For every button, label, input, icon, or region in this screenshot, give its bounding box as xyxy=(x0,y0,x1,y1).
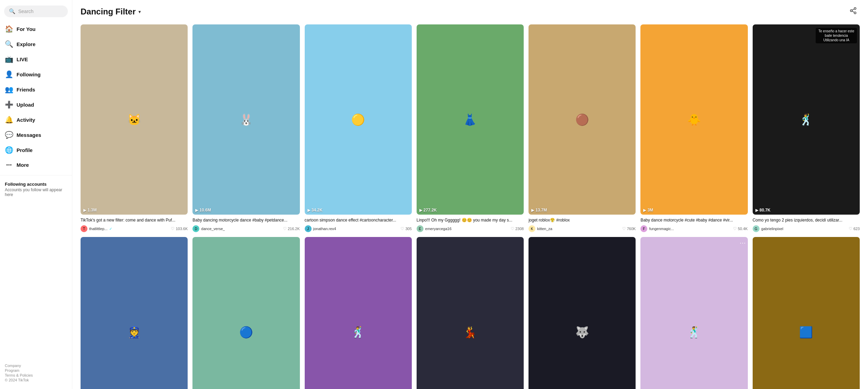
sidebar-item-following[interactable]: 👤 Following xyxy=(0,67,72,82)
sidebar-item-activity[interactable]: 🔔 Activity xyxy=(0,112,72,127)
footer-program-link[interactable]: Program xyxy=(5,368,67,372)
video-emoji: 🔵 xyxy=(192,237,300,389)
author-name: jonathan.rex4 xyxy=(313,227,336,231)
author-name: kitten_za xyxy=(537,227,552,231)
heart-icon: ♡ xyxy=(283,226,287,231)
video-thumbnail: 🕺 Te enseño a hacer este baile tendencia… xyxy=(753,24,860,215)
likes-count: ♡ 2308 xyxy=(511,226,524,231)
video-card[interactable]: 🕺 ▶ 13.9K Ekspresi orang orang yang foto… xyxy=(305,237,412,389)
video-view-count: ▶ 10.6M xyxy=(195,208,211,213)
author-avatar: F xyxy=(640,225,647,232)
sidebar-item-friends[interactable]: 👥 Friends xyxy=(0,82,72,97)
video-thumbnail: 💃 ▶ 1.5M xyxy=(417,237,524,389)
heart-icon: ♡ xyxy=(400,226,404,231)
video-view-count: ▶ 3M xyxy=(643,208,653,213)
messages-label: Messages xyxy=(17,132,41,138)
sidebar-item-live[interactable]: 📺 LIVE xyxy=(0,52,72,67)
live-label: LIVE xyxy=(17,56,28,62)
live-icon: 📺 xyxy=(5,55,13,63)
title-dropdown-icon[interactable]: ▾ xyxy=(138,9,141,14)
video-card[interactable]: 🕺 Te enseño a hacer este baile tendencia… xyxy=(753,24,860,232)
author-avatar: K xyxy=(529,225,535,232)
following-accounts-sub: Accounts you follow will appear here xyxy=(5,187,67,197)
video-caption: TikTok's got a new filter: come and danc… xyxy=(81,217,188,223)
heart-icon: ♡ xyxy=(171,226,175,231)
search-bar[interactable]: 🔍 Search xyxy=(4,6,68,17)
video-card[interactable]: 💃 ▶ 1.5M This filter is too funny 😂 #cum… xyxy=(417,237,524,389)
video-author-row: T thatlittlep... ✓ ♡ 103.6K xyxy=(81,225,188,232)
video-caption: joget roblox😤 #roblox xyxy=(529,217,636,223)
play-icon: ▶ xyxy=(419,208,422,213)
video-card[interactable]: 🐥 ▶ 3M Baby dance motorcycle #cute #baby… xyxy=(640,24,747,232)
video-card[interactable]: 🕺 ⋯ ▶ 10.9M JOGET|2FOTO #stickmandance..… xyxy=(640,237,747,389)
likes-count: ♡ 305 xyxy=(400,226,411,231)
video-caption: Baby dance motorcycle #cute #baby #dance… xyxy=(640,217,747,223)
video-emoji: 🐰 xyxy=(192,24,300,215)
video-author-row: G gabrielinpixel ♡ 623 xyxy=(753,225,860,232)
footer-company-link[interactable]: Company xyxy=(5,364,67,368)
author-avatar: G xyxy=(753,225,760,232)
for-you-icon: 🏠 xyxy=(5,25,13,33)
video-card[interactable]: 🔵 ▶ 32.1K Inside out 2 sanpchat filter 😂… xyxy=(192,237,300,389)
video-caption: Linpo!!! Oh my Gggggg! 😊😊 you made my da… xyxy=(417,217,524,223)
likes-count: ♡ 760K xyxy=(622,226,636,231)
author-name: dance_verse_ xyxy=(201,227,225,231)
sidebar-item-messages[interactable]: 💬 Messages xyxy=(0,127,72,142)
video-caption: Como yo tengo 2 pies izquierdos, decidí … xyxy=(753,217,860,223)
author-avatar: E xyxy=(417,225,423,232)
video-thumbnail: 🐥 ▶ 3M xyxy=(640,24,747,215)
sidebar-item-for-you[interactable]: 🏠 For You xyxy=(0,21,72,36)
video-emoji: 🐺 xyxy=(529,237,636,389)
video-card[interactable]: 🟦 ▶ 25.5K Little dancers 😂😂😂 #dancer #fu… xyxy=(753,237,860,389)
author-avatar: J xyxy=(305,225,312,232)
sidebar-item-profile[interactable]: 🌐 Profile xyxy=(0,142,72,158)
video-card[interactable]: 🐱 ▶ 1.3M TikTok's got a new filter: come… xyxy=(81,24,188,232)
more-options-button[interactable]: ⋯ xyxy=(740,239,746,247)
video-card[interactable]: 🐺 ▶ 63.7K Dancing Wolf Filter S swimknot… xyxy=(529,237,636,389)
footer-terms-link[interactable]: Terms & Policies xyxy=(5,373,67,377)
video-card[interactable]: 👮 ▶ 40M #baby #kids #babydance #kidsofti… xyxy=(81,237,188,389)
video-card[interactable]: 👗 ▶ 277.2K Linpo!!! Oh my Gggggg! 😊😊 you… xyxy=(417,24,524,232)
video-thumbnail: 🕺 ▶ 13.9K xyxy=(305,237,412,389)
for-you-label: For You xyxy=(17,26,35,32)
sidebar-item-upload[interactable]: ➕ Upload xyxy=(0,97,72,112)
friends-label: Friends xyxy=(17,87,35,93)
heart-icon: ♡ xyxy=(849,226,853,231)
following-label: Following xyxy=(17,72,41,77)
play-icon: ▶ xyxy=(755,208,758,213)
video-grid: 🐱 ▶ 1.3M TikTok's got a new filter: come… xyxy=(81,24,860,389)
video-emoji: 👗 xyxy=(417,24,524,215)
author-name: emeryarcega16 xyxy=(425,227,451,231)
main-content: Dancing Filter ▾ 🐱 ▶ 1.3M TikTok's got a… xyxy=(72,0,868,389)
heart-icon: ♡ xyxy=(622,226,626,231)
video-thumbnail: 🟦 ▶ 25.5K xyxy=(753,237,860,389)
author-avatar: D xyxy=(192,225,199,232)
author-name: fungenmagic... xyxy=(649,227,674,231)
heart-icon: ♡ xyxy=(511,226,514,231)
video-emoji: 🕺 xyxy=(753,24,860,215)
video-thumbnail: 👗 ▶ 277.2K xyxy=(417,24,524,215)
video-overlay-text: Te enseño a hacer este baile tendencia U… xyxy=(816,28,857,43)
video-thumbnail: 🐰 ▶ 10.6M xyxy=(192,24,300,215)
profile-label: Profile xyxy=(17,147,33,153)
sidebar-item-explore[interactable]: 🔍 Explore xyxy=(0,36,72,52)
author-info: G gabrielinpixel xyxy=(753,225,783,232)
video-card[interactable]: 🟤 ▶ 13.7M joget roblox😤 #roblox K kitten… xyxy=(529,24,636,232)
video-caption: cartoon simpson dance effect #cartooncha… xyxy=(305,217,412,223)
video-author-row: K kitten_za ♡ 760K xyxy=(529,225,636,232)
author-info: E emeryarcega16 xyxy=(417,225,451,232)
video-emoji: 🟡 xyxy=(305,24,412,215)
likes-count: ♡ 50.4K xyxy=(733,226,748,231)
sidebar-item-more[interactable]: ··· More xyxy=(0,158,72,172)
video-card[interactable]: 🟡 ▶ 34.2K cartoon simpson dance effect #… xyxy=(305,24,412,232)
video-card[interactable]: 🐰 ▶ 10.6M Baby dancing motorcycle dance … xyxy=(192,24,300,232)
video-emoji: 👮 xyxy=(81,237,188,389)
likes-count: ♡ 623 xyxy=(849,226,860,231)
profile-icon: 🌐 xyxy=(5,146,13,154)
play-icon: ▶ xyxy=(531,208,534,213)
messages-icon: 💬 xyxy=(5,131,13,139)
share-button[interactable] xyxy=(847,6,860,18)
video-view-count: ▶ 277.2K xyxy=(419,208,437,213)
page-header: Dancing Filter ▾ xyxy=(81,6,860,18)
play-icon: ▶ xyxy=(307,208,310,213)
